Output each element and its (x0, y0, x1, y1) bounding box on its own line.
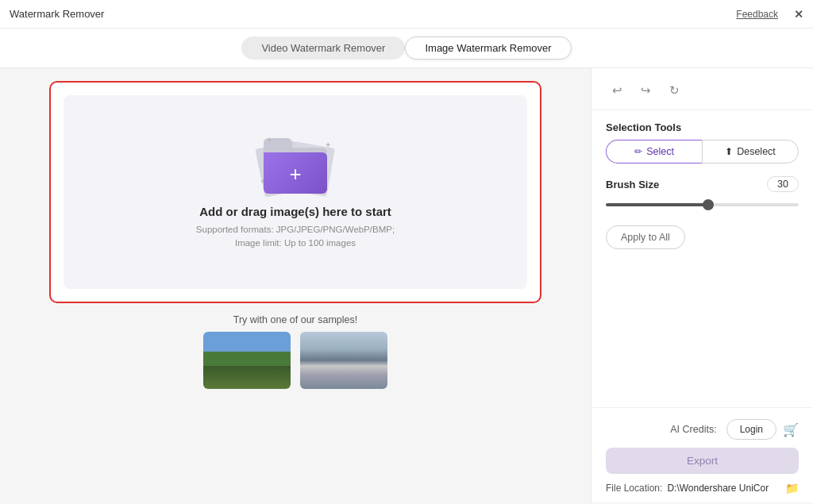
file-location-row: File Location: D:\Wondershare UniCor 📁 (606, 482, 799, 494)
deselect-label: Deselect (737, 146, 776, 157)
plus-icon: + (289, 164, 301, 184)
sparkle-icon-1: ✦ (266, 136, 272, 144)
toolbar-row: ↩ ↪ ↻ (591, 68, 813, 110)
drop-main-text: Add or drag image(s) here to start (199, 205, 391, 218)
slider-track[interactable] (606, 203, 799, 206)
samples-row (203, 332, 387, 389)
sparkle-icon-2: ✦ (325, 140, 331, 149)
cart-icon[interactable]: 🛒 (783, 422, 799, 437)
file-location-label: File Location: (606, 483, 662, 494)
file-location-value: D:\Wondershare UniCor (667, 483, 780, 494)
ai-credits-row: AI Credits: Login 🛒 (606, 419, 799, 440)
redo-icon: ↪ (641, 83, 651, 98)
tab-video[interactable]: Video Watermark Remover (241, 37, 405, 60)
undo-icon: ↩ (612, 83, 622, 98)
bottom-panel: AI Credits: Login 🛒 Export File Location… (591, 407, 813, 502)
undo-button[interactable]: ↩ (606, 79, 628, 102)
drop-sub-text-1: Supported formats: JPG/JPEG/PNG/WebP/BMP… (196, 223, 395, 237)
apply-all-row: Apply to All (591, 219, 813, 262)
select-label: Select (646, 146, 674, 157)
slider-row (591, 197, 813, 219)
brush-size-value: 30 (767, 176, 799, 192)
upload-icon: ⬆ (725, 146, 733, 157)
deselect-button[interactable]: ⬆ Deselect (702, 140, 799, 164)
feedback-link[interactable]: Feedback (736, 9, 778, 20)
apply-all-button[interactable]: Apply to All (606, 225, 685, 249)
slider-fill (606, 203, 708, 206)
ai-credits-label: AI Credits: (670, 424, 716, 435)
drop-zone[interactable]: + ✦ ✦ ✦ Add or drag image(s) here to sta… (49, 81, 541, 303)
folder-icon: + ✦ ✦ ✦ (260, 134, 331, 194)
folder-front: + (264, 152, 327, 194)
right-panel: ↩ ↪ ↻ Selection Tools ✏ Select ⬆ Deselec… (591, 68, 813, 502)
slider-thumb[interactable] (703, 199, 714, 210)
sample-image-1[interactable] (203, 332, 291, 389)
tab-bar: Video Watermark Remover Image Watermark … (0, 29, 813, 68)
title-bar-actions: Feedback ✕ (736, 8, 803, 21)
selection-tools-label: Selection Tools (591, 110, 813, 140)
samples-label: Try with one of our samples! (233, 314, 358, 325)
brush-size-label: Brush Size (606, 179, 659, 190)
redo-button[interactable]: ↪ (634, 79, 657, 102)
sample-image-2[interactable] (300, 332, 387, 389)
refresh-icon: ↻ (669, 83, 680, 98)
brush-row: Brush Size 30 (591, 173, 813, 197)
folder-open-icon[interactable]: 📁 (785, 482, 799, 494)
close-button[interactable]: ✕ (794, 8, 803, 21)
drop-sub-text-2: Image limit: Up to 100 images (235, 237, 356, 250)
title-bar: Watermark Remover Feedback ✕ (0, 0, 813, 29)
samples-section: Try with one of our samples! (203, 314, 387, 389)
refresh-button[interactable]: ↻ (663, 79, 685, 102)
left-area: + ✦ ✦ ✦ Add or drag image(s) here to sta… (0, 68, 591, 502)
app-title: Watermark Remover (10, 8, 104, 20)
login-button[interactable]: Login (726, 419, 776, 440)
pencil-icon: ✏ (634, 146, 642, 157)
drop-zone-inner[interactable]: + ✦ ✦ ✦ Add or drag image(s) here to sta… (64, 95, 527, 289)
main-layout: + ✦ ✦ ✦ Add or drag image(s) here to sta… (0, 68, 813, 502)
export-button[interactable]: Export (606, 448, 799, 474)
select-button[interactable]: ✏ Select (606, 140, 702, 164)
tab-image[interactable]: Image Watermark Remover (405, 37, 571, 60)
select-deselect-row: ✏ Select ⬆ Deselect (591, 140, 813, 173)
